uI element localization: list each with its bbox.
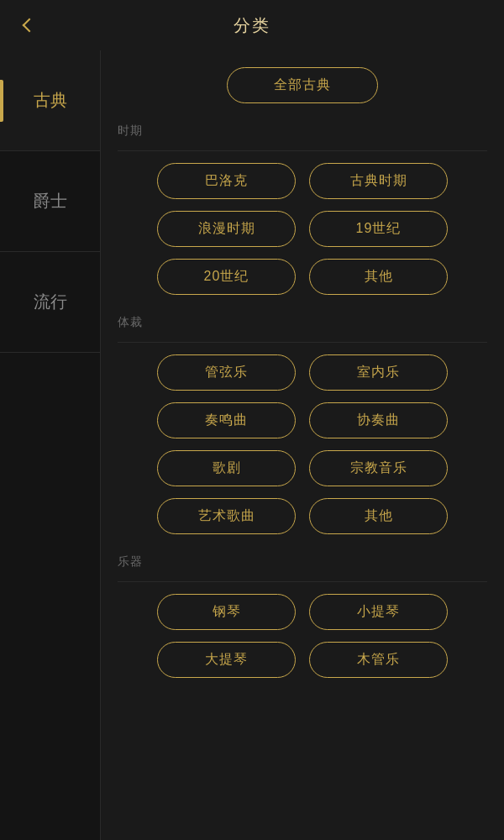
sidebar-item-label: 爵士 bbox=[34, 190, 67, 213]
sidebar-item-classical[interactable]: 古典 bbox=[0, 50, 100, 151]
back-button[interactable] bbox=[15, 13, 40, 38]
genre-row-1: 奏鸣曲 协奏曲 bbox=[118, 402, 487, 438]
opera-button[interactable]: 歌剧 bbox=[157, 450, 296, 486]
main-layout: 古典 爵士 流行 全部古典 时期 巴洛克 古典时期 浪漫时期 19世纪 bbox=[0, 50, 504, 840]
back-icon bbox=[23, 18, 37, 33]
genre-other-button[interactable]: 其他 bbox=[309, 498, 448, 534]
instrument-row-1: 大提琴 木管乐 bbox=[118, 642, 487, 678]
cello-button[interactable]: 大提琴 bbox=[157, 642, 296, 678]
genre-row-2: 歌剧 宗教音乐 bbox=[118, 450, 487, 486]
classical-period-button[interactable]: 古典时期 bbox=[309, 163, 448, 199]
chamber-button[interactable]: 室内乐 bbox=[309, 354, 448, 391]
sidebar-item-label: 古典 bbox=[34, 89, 67, 112]
art-song-button[interactable]: 艺术歌曲 bbox=[157, 498, 296, 534]
20th-century-button[interactable]: 20世纪 bbox=[157, 259, 296, 295]
sonata-button[interactable]: 奏鸣曲 bbox=[157, 402, 296, 438]
instrument-label: 乐器 bbox=[118, 554, 487, 570]
violin-button[interactable]: 小提琴 bbox=[309, 594, 448, 630]
sidebar-item-jazz[interactable]: 爵士 bbox=[0, 151, 100, 252]
genre-label: 体裁 bbox=[118, 315, 487, 330]
period-row-1: 浪漫时期 19世纪 bbox=[118, 211, 487, 247]
concerto-button[interactable]: 协奏曲 bbox=[309, 402, 448, 438]
instrument-section: 乐器 钢琴 小提琴 大提琴 木管乐 bbox=[118, 554, 487, 678]
period-other-button[interactable]: 其他 bbox=[309, 259, 448, 295]
period-section: 时期 巴洛克 古典时期 浪漫时期 19世纪 20世纪 其他 bbox=[118, 123, 487, 295]
piano-button[interactable]: 钢琴 bbox=[157, 594, 296, 630]
sidebar-item-pop[interactable]: 流行 bbox=[0, 252, 100, 353]
period-row-2: 20世纪 其他 bbox=[118, 259, 487, 295]
header: 分类 bbox=[0, 0, 504, 50]
top-button-wrap: 全部古典 bbox=[118, 67, 487, 103]
genre-row-0: 管弦乐 室内乐 bbox=[118, 354, 487, 391]
genre-divider bbox=[118, 342, 487, 343]
instrument-row-0: 钢琴 小提琴 bbox=[118, 594, 487, 630]
sidebar: 古典 爵士 流行 bbox=[0, 50, 101, 840]
genre-row-3: 艺术歌曲 其他 bbox=[118, 498, 487, 534]
period-label: 时期 bbox=[118, 123, 487, 139]
19th-century-button[interactable]: 19世纪 bbox=[309, 211, 448, 247]
content-area: 全部古典 时期 巴洛克 古典时期 浪漫时期 19世纪 20世纪 其他 体裁 bbox=[101, 50, 504, 840]
orchestral-button[interactable]: 管弦乐 bbox=[157, 354, 296, 391]
instrument-divider bbox=[118, 581, 487, 582]
period-divider bbox=[118, 150, 487, 151]
page-title: 分类 bbox=[234, 14, 270, 37]
genre-section: 体裁 管弦乐 室内乐 奏鸣曲 协奏曲 歌剧 宗教音乐 艺术歌曲 其他 bbox=[118, 315, 487, 534]
all-classical-button[interactable]: 全部古典 bbox=[227, 67, 378, 103]
romantic-button[interactable]: 浪漫时期 bbox=[157, 211, 296, 247]
period-row-0: 巴洛克 古典时期 bbox=[118, 163, 487, 199]
baroque-button[interactable]: 巴洛克 bbox=[157, 163, 296, 199]
religious-music-button[interactable]: 宗教音乐 bbox=[309, 450, 448, 486]
woodwind-button[interactable]: 木管乐 bbox=[309, 642, 448, 678]
sidebar-item-label: 流行 bbox=[34, 291, 67, 313]
